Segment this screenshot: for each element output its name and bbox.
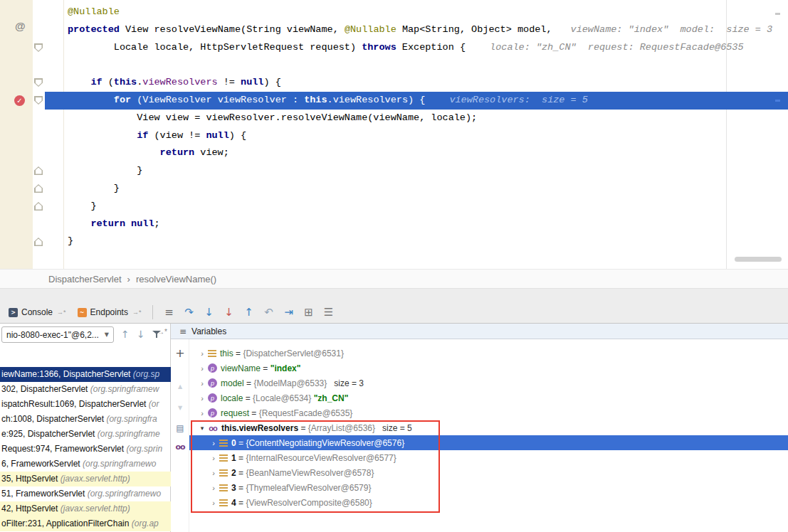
frames-list: iewName:1366, DispatcherServlet (org.sp3… bbox=[0, 367, 171, 531]
code-line: @Nullable bbox=[0, 4, 788, 21]
view-options-icon[interactable]: ▤ bbox=[171, 423, 189, 433]
equals-sign: = bbox=[243, 393, 253, 403]
fold-end-icon[interactable] bbox=[34, 202, 43, 211]
step-over-icon[interactable]: ↷ bbox=[179, 306, 199, 319]
scroll-up-icon[interactable]: ▲ bbox=[171, 383, 189, 390]
tab-pin-icon[interactable]: →* bbox=[132, 309, 142, 316]
run-to-cursor-icon[interactable]: ⇥ bbox=[278, 306, 298, 319]
value-icon bbox=[219, 454, 228, 462]
chevron-right-icon[interactable]: › bbox=[196, 349, 208, 358]
view-as-table-icon[interactable]: ⊞ bbox=[298, 306, 318, 319]
value-icon bbox=[219, 440, 228, 447]
variable-row[interactable]: ›3 = {ThymeleafViewResolver@6579} bbox=[189, 480, 788, 495]
drop-frame-icon[interactable]: ↶ bbox=[258, 306, 278, 319]
add-watch-icon[interactable]: + bbox=[171, 346, 189, 360]
variable-row[interactable]: ›plocale = {Locale@6534} "zh_CN" bbox=[189, 390, 788, 405]
chevron-right-icon[interactable]: › bbox=[208, 439, 219, 447]
stack-frame-row[interactable]: oFilter:231, ApplicationFilterChain (org… bbox=[0, 516, 171, 531]
force-step-into-icon[interactable]: ↓ bbox=[219, 306, 238, 319]
chevron-right-icon[interactable]: › bbox=[196, 394, 208, 403]
variables-tree[interactable]: ›this = {DispatcherServlet@6531}›pviewNa… bbox=[189, 339, 788, 532]
error-stripe-mark[interactable] bbox=[775, 100, 780, 102]
code-editor[interactable]: @Nullableprotected View resolveViewName(… bbox=[0, 0, 788, 269]
step-out-icon[interactable]: ↑ bbox=[238, 306, 258, 319]
variable-row[interactable]: ›pviewName = "index" bbox=[189, 361, 788, 376]
code-segment: if bbox=[137, 130, 148, 141]
stack-frame-row[interactable]: 51, FrameworkServlet (org.springframewo bbox=[0, 486, 171, 501]
fold-start-icon[interactable] bbox=[34, 43, 43, 52]
fold-start-icon[interactable] bbox=[34, 78, 43, 87]
code-lines[interactable]: @Nullableprotected View resolveViewName(… bbox=[0, 4, 788, 250]
variable-row[interactable]: ›1 = {InternalResourceViewResolver@6577} bbox=[189, 450, 788, 465]
scroll-down-icon[interactable]: ▼ bbox=[171, 405, 189, 411]
frame-location: iewName:1366, DispatcherServlet bbox=[1, 369, 133, 379]
breadcrumb-separator-icon: › bbox=[127, 274, 130, 284]
error-stripe-mark[interactable] bbox=[775, 13, 780, 15]
chevron-down-icon[interactable]: ▾ bbox=[196, 425, 208, 432]
chevron-right-icon[interactable]: › bbox=[208, 469, 219, 477]
tab-pin-icon[interactable]: →* bbox=[57, 309, 66, 316]
fold-start-icon[interactable] bbox=[34, 96, 43, 105]
stack-frame-row[interactable]: iewName:1366, DispatcherServlet (org.sp bbox=[0, 367, 171, 382]
variable-row[interactable]: ›0 = {ContentNegotiatingViewResolver@657… bbox=[189, 435, 788, 450]
chevron-right-icon[interactable]: › bbox=[208, 499, 219, 507]
previous-frame-icon[interactable]: ↑ bbox=[121, 329, 130, 340]
stack-frame-row[interactable]: 302, DispatcherServlet (org.springframew bbox=[0, 382, 171, 397]
chevron-right-icon[interactable]: › bbox=[196, 364, 208, 373]
stack-frame-row[interactable]: ispatchResult:1069, DispatcherServlet (o… bbox=[0, 397, 171, 412]
toolbar-separator bbox=[152, 305, 153, 319]
variable-row[interactable]: ›4 = {ViewResolverComposite@6580} bbox=[189, 495, 788, 510]
equals-sign: = bbox=[298, 423, 308, 433]
execution-line: for (ViewResolver viewResolver : this.vi… bbox=[0, 92, 788, 110]
code-segment: } bbox=[114, 183, 120, 193]
step-into-icon[interactable]: ↓ bbox=[199, 306, 219, 319]
stack-frame-row[interactable]: Request:974, FrameworkServlet (org.sprin bbox=[0, 442, 171, 457]
frame-package: (org.springframewo bbox=[88, 489, 161, 499]
variable-row[interactable]: ›pmodel = {ModelMap@6533}size = 3 bbox=[189, 376, 788, 390]
code-segment: return bbox=[160, 147, 195, 158]
chevron-right-icon[interactable]: › bbox=[208, 484, 219, 492]
stack-frame-row[interactable]: 6, FrameworkServlet (org.springframewo bbox=[0, 457, 171, 472]
chevron-right-icon[interactable]: › bbox=[196, 379, 208, 388]
code-segment: null bbox=[131, 218, 154, 229]
show-watches-icon[interactable]: oo bbox=[171, 442, 189, 452]
fold-end-icon[interactable] bbox=[34, 184, 43, 193]
breakpoint-icon[interactable]: ✓ bbox=[14, 95, 25, 106]
code-line: Locale locale, HttpServletRequest reques… bbox=[0, 39, 788, 57]
fold-end-icon[interactable] bbox=[34, 238, 43, 246]
hide-panel-icon[interactable]: →* bbox=[157, 328, 167, 336]
breadcrumb-method[interactable]: resolveViewName() bbox=[136, 274, 216, 284]
code-segment: @Nullable bbox=[68, 6, 120, 17]
next-frame-icon[interactable]: ↓ bbox=[137, 329, 145, 340]
tab-console[interactable]: > Console →* bbox=[3, 305, 72, 319]
code-line: } bbox=[0, 198, 788, 216]
breadcrumb-class[interactable]: DispatcherServlet bbox=[48, 274, 122, 284]
variable-value: {ViewResolverComposite@6580} bbox=[246, 498, 372, 508]
code-segment: (view != bbox=[148, 130, 206, 141]
chevron-right-icon[interactable]: › bbox=[196, 409, 208, 417]
value-icon bbox=[219, 484, 228, 491]
stack-frame-row[interactable]: 42, HttpServlet (javax.servlet.http) bbox=[0, 501, 171, 516]
chevron-right-icon[interactable]: › bbox=[208, 454, 219, 462]
variable-row[interactable]: ›prequest = {RequestFacade@6535} bbox=[189, 405, 788, 420]
variable-row[interactable]: ▾oothis.viewResolvers = {ArrayList@6536}… bbox=[189, 420, 788, 435]
horizontal-scrollbar[interactable] bbox=[735, 257, 782, 262]
tab-endpoints[interactable]: ~ Endpoints →* bbox=[72, 305, 147, 319]
stack-frame-row[interactable]: 35, HttpServlet (javax.servlet.http) bbox=[0, 472, 171, 486]
layout-settings-icon[interactable]: ☰ bbox=[318, 306, 338, 319]
variable-row[interactable]: ›this = {DispatcherServlet@6531} bbox=[189, 346, 788, 361]
stack-frame-row[interactable]: ch:1008, DispatcherServlet (org.springfr… bbox=[0, 412, 171, 427]
variable-row[interactable]: ›2 = {BeanNameViewResolver@6578} bbox=[189, 465, 788, 480]
equals-sign: = bbox=[249, 408, 259, 418]
variable-value: {ArrayList@6536} bbox=[308, 423, 375, 433]
restore-layout-icon[interactable]: ≡ bbox=[159, 306, 179, 319]
stack-frame-row[interactable]: e:925, DispatcherServlet (org.springfram… bbox=[0, 427, 171, 442]
variable-value: {InternalResourceViewResolver@6577} bbox=[246, 453, 396, 463]
frame-package: (org.springframewo bbox=[83, 459, 156, 469]
parameter-icon: p bbox=[208, 378, 217, 388]
thread-selector[interactable]: nio-8080-exec-1"@6,2... ▼ bbox=[1, 326, 114, 343]
fold-end-icon[interactable] bbox=[34, 166, 43, 175]
variable-value: {DispatcherServlet@6531} bbox=[243, 349, 344, 358]
breadcrumb: DispatcherServlet › resolveViewName() bbox=[0, 269, 788, 289]
code-segment: View resolveViewName(String viewName, bbox=[125, 24, 345, 35]
